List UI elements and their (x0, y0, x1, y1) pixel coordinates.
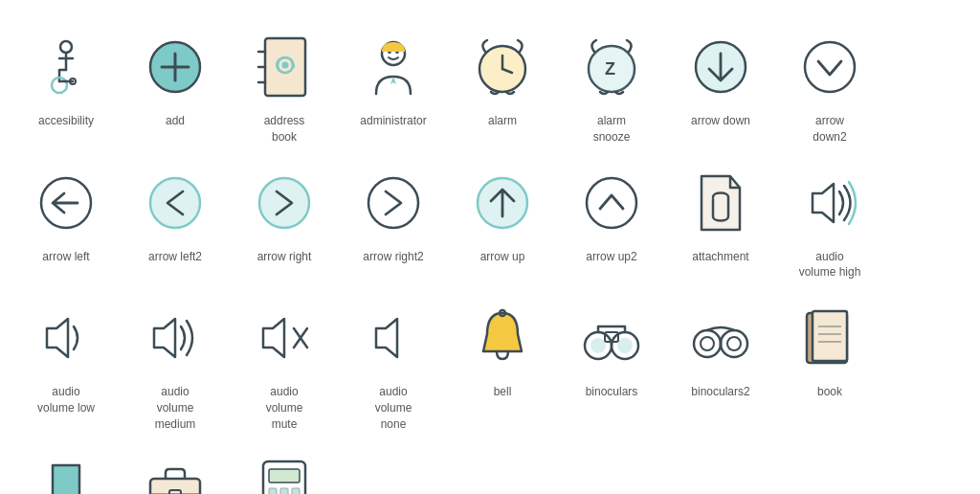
arrow-right2-icon (355, 165, 432, 241)
icon-item-book: book (777, 300, 882, 432)
bell-label: bell (494, 384, 512, 400)
svg-rect-60 (280, 488, 288, 494)
icon-item-arrow-down: arrow down (668, 29, 773, 146)
arrow-left2-label: arrow left2 (148, 249, 202, 265)
briefcase-icon (137, 452, 213, 494)
arrow-right-label: arrow right (257, 249, 312, 265)
svg-text:Z: Z (605, 59, 615, 79)
address-book-icon (246, 29, 323, 105)
icon-item-address-book: address book (232, 29, 337, 146)
svg-point-46 (727, 337, 741, 350)
audio-volume-low-icon (28, 300, 104, 376)
arrow-up2-label: arrow up2 (586, 249, 636, 265)
icon-item-arrow-up: arrow up (450, 165, 555, 281)
icon-item-arrow-left: arrow left (13, 165, 119, 281)
audio-volume-low-label: audio volume low (37, 384, 95, 416)
svg-point-34 (587, 178, 636, 228)
icon-item-alarm-snooze: Z alarm snooze (559, 29, 664, 146)
icon-item-alarm: alarm (450, 29, 555, 146)
svg-point-25 (805, 42, 855, 92)
add-label: add (166, 113, 185, 129)
icon-item-binoculars2: binoculars2 (668, 300, 773, 432)
arrow-left2-icon (137, 165, 213, 241)
audio-volume-mute-label: audio volume mute (266, 384, 303, 432)
svg-point-39 (590, 338, 606, 353)
bookmark-icon (28, 452, 104, 494)
arrow-up2-icon (573, 165, 650, 241)
binoculars2-icon (682, 300, 759, 376)
svg-rect-54 (150, 479, 200, 494)
icon-item-bell: bell (450, 300, 555, 432)
icon-item-arrow-down2: arrow down2 (777, 29, 882, 146)
binoculars-icon (573, 300, 650, 376)
arrow-up-icon (464, 165, 541, 241)
alarm-snooze-icon: Z (573, 29, 650, 105)
arrow-down2-icon (791, 29, 868, 105)
icon-item-audio-volume-high: audio volume high (777, 165, 882, 281)
svg-point-44 (721, 330, 747, 357)
icon-item-arrow-right: arrow right (232, 165, 337, 281)
icon-item-calculator: calculator (232, 452, 337, 494)
address-book-label: address book (264, 113, 305, 146)
arrow-right2-label: arrow right2 (363, 249, 423, 265)
icon-item-audio-volume-low: audio volume low (13, 300, 119, 432)
audio-volume-mute-icon (246, 300, 323, 376)
arrow-down-icon (682, 29, 759, 105)
audio-volume-medium-icon (137, 300, 213, 376)
icon-item-audio-volume-none: audio volume none (341, 300, 446, 432)
audio-volume-none-icon (355, 300, 432, 376)
arrow-left-icon (28, 165, 104, 241)
arrow-up-label: arrow up (480, 249, 525, 265)
audio-volume-none-label: audio volume none (375, 384, 412, 432)
alarm-icon (464, 29, 541, 105)
icon-item-arrow-right2: arrow right2 (341, 165, 446, 281)
icon-item-arrow-up2: arrow up2 (559, 165, 664, 281)
svg-rect-49 (813, 311, 847, 361)
accessibility-icon (28, 29, 104, 105)
audio-volume-high-icon (791, 165, 868, 241)
svg-point-41 (617, 338, 633, 353)
add-icon (137, 29, 213, 105)
svg-rect-61 (292, 488, 300, 494)
administrator-label: administrator (360, 113, 426, 129)
svg-point-0 (60, 41, 72, 53)
svg-point-43 (694, 330, 721, 357)
svg-rect-58 (269, 469, 300, 483)
icon-item-administrator: administrator (341, 29, 446, 146)
arrow-left-label: arrow left (42, 249, 89, 265)
arrow-down-label: arrow down (691, 113, 750, 129)
audio-volume-high-label: audio volume high (799, 249, 861, 281)
calculator-icon (246, 452, 323, 494)
book-label: book (817, 384, 842, 400)
alarm-snooze-label: alarm snooze (593, 113, 631, 146)
bell-icon (464, 300, 541, 376)
icon-item-briefcase: briefcase (122, 452, 228, 494)
binoculars-label: binoculars (586, 384, 638, 400)
icon-item-audio-volume-mute: audio volume mute (232, 300, 337, 432)
icon-item-accessibility: accesibility (13, 29, 119, 146)
alarm-label: alarm (488, 113, 517, 129)
accessibility-label: accesibility (38, 113, 94, 129)
svg-rect-59 (269, 488, 277, 494)
attachment-label: attachment (692, 249, 748, 265)
svg-point-31 (368, 178, 418, 228)
icon-item-arrow-left2: arrow left2 (122, 165, 228, 281)
icon-item-bookmark: bookmark (13, 452, 119, 494)
audio-volume-medium-label: audio volume medium (155, 384, 196, 432)
arrow-down2-label: arrow down2 (813, 113, 846, 146)
icon-item-binoculars: binoculars (559, 300, 664, 432)
administrator-icon (355, 29, 432, 105)
icon-grid: accesibility add (11, 19, 969, 494)
icon-item-audio-volume-medium: audio volume medium (122, 300, 228, 432)
svg-point-12 (282, 62, 289, 69)
arrow-right-icon (246, 165, 323, 241)
binoculars2-label: binoculars2 (691, 384, 749, 400)
attachment-icon (682, 165, 759, 241)
svg-point-45 (701, 337, 714, 350)
icon-item-add: add (122, 29, 228, 146)
icon-item-attachment: attachment (668, 165, 773, 281)
book-icon (791, 300, 868, 376)
